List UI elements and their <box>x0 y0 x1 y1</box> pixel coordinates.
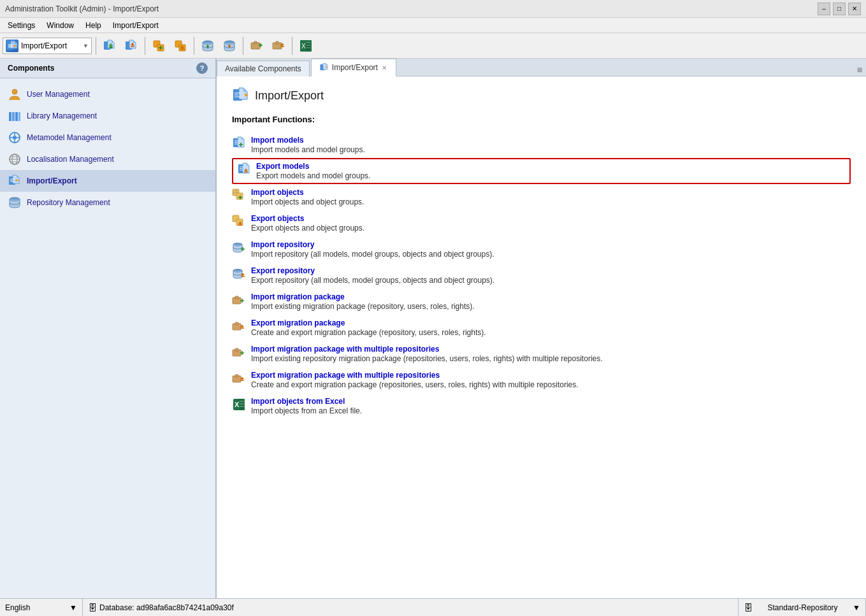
import-repository-icon <box>232 241 246 255</box>
export-repository-desc: Export repository (all models, model gro… <box>251 276 494 285</box>
import-migration-package-multiple-link[interactable]: Import migration package with multiple r… <box>251 345 603 354</box>
menu-item-help[interactable]: Help <box>80 20 106 31</box>
import-models-link[interactable]: Import models <box>251 136 365 145</box>
toolbar-import-repo-button[interactable] <box>198 36 217 55</box>
toolbar-separator-5 <box>292 37 292 55</box>
function-item-import-models: Import modelsImport models and model gro… <box>232 132 851 158</box>
import-objects-excel-link[interactable]: Import objects from Excel <box>251 397 362 406</box>
minimize-button[interactable]: – <box>818 3 830 15</box>
title-bar: Administration Toolkit (Admin) - Import/… <box>0 0 866 18</box>
maximize-button[interactable]: □ <box>833 3 846 15</box>
page-header: Import/Export <box>232 87 851 104</box>
menu-item-import-export[interactable]: Import/Export <box>108 20 164 31</box>
export-objects-desc: Export objects and object groups. <box>251 224 364 233</box>
sidebar-item-localisation-management-label: Localisation Management <box>27 155 114 164</box>
import-migration-package-desc: Import existing migration package (repos… <box>251 302 475 311</box>
tab-expand-button[interactable]: ⊞ <box>853 64 866 76</box>
svg-marker-45 <box>323 63 328 69</box>
svg-rect-29 <box>15 112 18 121</box>
import-migration-package-link[interactable]: Import migration package <box>251 292 475 301</box>
import-objects-excel-icon: X <box>232 398 246 412</box>
components-panel: Components ? User Management <box>0 59 217 598</box>
import-objects-link[interactable]: Import objects <box>251 188 364 197</box>
svg-rect-70 <box>235 322 238 325</box>
sidebar-item-library-management[interactable]: Library Management <box>0 105 215 127</box>
svg-text:X: X <box>235 401 240 408</box>
sidebar-item-import-export[interactable]: Import/Export <box>0 170 215 192</box>
tabs-bar: Available Components Import/Export ✕ ⊞ <box>217 59 866 76</box>
toolbar-import-migration-button[interactable] <box>247 36 266 55</box>
svg-point-26 <box>12 89 17 94</box>
window-controls: – □ ✕ <box>818 3 861 15</box>
export-models-link[interactable]: Export models <box>256 162 370 171</box>
tab-import-export-label: Import/Export <box>332 63 378 72</box>
sidebar-item-metamodel-management-label: Metamodel Management <box>27 133 112 142</box>
toolbar-export-repo-button[interactable] <box>220 36 239 55</box>
import-migration-package-multiple-icon <box>232 345 246 359</box>
menu-item-window[interactable]: Window <box>41 20 79 31</box>
import-objects-excel-desc: Import objects from an Excel file. <box>251 406 362 415</box>
sidebar-item-import-export-label: Import/Export <box>27 176 77 185</box>
svg-rect-27 <box>9 112 11 121</box>
tab-available-components[interactable]: Available Components <box>217 61 310 76</box>
import-migration-package-multiple-desc: Import existing repository migration pac… <box>251 354 603 363</box>
menu-bar: SettingsWindowHelpImport/Export <box>0 18 866 33</box>
database-label: Database: ad98afa6ac8b74241a09a30f <box>99 603 234 612</box>
import-objects-icon <box>232 189 246 203</box>
sidebar-item-repository-management-label: Repository Management <box>27 198 110 207</box>
export-migration-package-multiple-desc: Create and export migration package (rep… <box>251 380 579 389</box>
context-selector[interactable]: Import/Export ▼ <box>3 38 92 54</box>
function-item-export-models: Export modelsExport models and model gro… <box>232 158 851 184</box>
toolbar-import-models-button[interactable] <box>100 36 119 55</box>
import-objects-desc: Import objects and object groups. <box>251 197 364 206</box>
import-migration-package-icon <box>232 293 246 307</box>
function-item-export-objects: Export objectsExport objects and object … <box>232 210 851 236</box>
function-item-import-objects: Import objectsImport objects and object … <box>232 184 851 210</box>
toolbar-export-migration-button[interactable] <box>269 36 288 55</box>
combo-arrow: ▼ <box>83 43 89 49</box>
svg-point-32 <box>13 136 17 140</box>
components-tab-header: Components ? <box>0 59 215 78</box>
toolbar-import-objects-button[interactable] <box>149 36 168 55</box>
export-migration-package-multiple-link[interactable]: Export migration package with multiple r… <box>251 371 579 380</box>
app-title: Administration Toolkit (Admin) - Import/… <box>5 4 159 13</box>
sidebar-item-user-management-label: User Management <box>27 90 90 99</box>
svg-rect-60 <box>236 193 243 199</box>
content-area: Import/Export Important Functions: Impor… <box>217 76 866 598</box>
close-button[interactable]: ✕ <box>848 3 861 15</box>
import-repository-link[interactable]: Import repository <box>251 240 494 249</box>
export-models-desc: Export models and model groups. <box>256 171 370 180</box>
sidebar-item-user-management[interactable]: User Management <box>0 83 215 105</box>
export-objects-link[interactable]: Export objects <box>251 214 364 223</box>
toolbar-excel-button[interactable]: X <box>296 36 315 55</box>
export-migration-package-link[interactable]: Export migration package <box>251 319 486 327</box>
import-repository-desc: Import repository (all models, model gro… <box>251 250 494 259</box>
sidebar-navigation: User Management Library Management <box>0 78 215 598</box>
menu-item-settings[interactable]: Settings <box>3 20 40 31</box>
function-item-import-migration-package: Import migration packageImport existing … <box>232 289 851 315</box>
language-arrow[interactable]: ▼ <box>69 603 77 612</box>
export-repository-icon <box>232 267 246 281</box>
repository-icon: 🗄 <box>744 603 753 613</box>
repository-management-icon <box>8 196 22 210</box>
sidebar-item-metamodel-management[interactable]: Metamodel Management <box>0 127 215 148</box>
sidebar-item-repository-management[interactable]: Repository Management <box>0 192 215 213</box>
library-management-icon <box>8 109 22 123</box>
function-item-import-repository: Import repositoryImport repository (all … <box>232 236 851 262</box>
svg-rect-73 <box>235 348 238 351</box>
sidebar-item-localisation-management[interactable]: Localisation Management <box>0 148 215 170</box>
toolbar-separator-2 <box>145 37 145 55</box>
toolbar: Import/Export ▼ <box>0 33 866 59</box>
tab-close-button[interactable]: ✕ <box>380 64 388 71</box>
tab-import-export[interactable]: Import/Export ✕ <box>311 59 396 76</box>
svg-rect-20 <box>254 41 257 44</box>
toolbar-export-models-button[interactable] <box>122 36 141 55</box>
help-button[interactable]: ? <box>196 62 208 74</box>
repository-arrow[interactable]: ▼ <box>853 603 860 612</box>
svg-rect-22 <box>276 41 278 44</box>
toolbar-export-objects-button[interactable] <box>171 36 190 55</box>
export-repository-link[interactable]: Export repository <box>251 266 494 275</box>
status-bar: English ▼ 🗄 Database: ad98afa6ac8b74241a… <box>0 598 866 616</box>
function-item-export-migration-package-multiple: Export migration package with multiple r… <box>232 367 851 393</box>
metamodel-management-icon <box>8 131 22 145</box>
